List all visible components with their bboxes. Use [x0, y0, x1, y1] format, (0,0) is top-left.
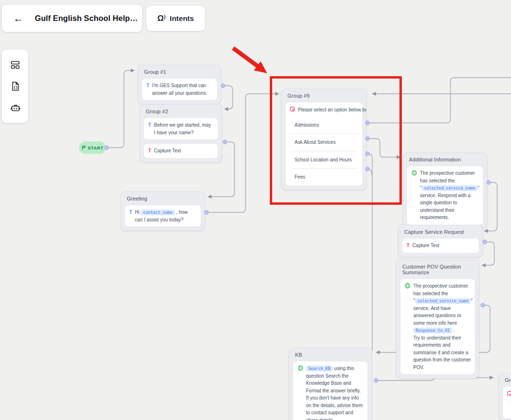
ai-step[interactable]: The prospective customer has selected th…	[400, 279, 475, 375]
step-text: Capture Text	[412, 242, 439, 250]
page-title: Gulf English School Help…	[35, 14, 138, 23]
editor-sidebar: {}	[2, 50, 28, 123]
edge-capture-pov	[482, 242, 494, 265]
choice-icon	[290, 107, 295, 112]
choice-icon	[507, 391, 511, 396]
layout-blocks-icon[interactable]	[9, 59, 21, 71]
svg-text:{}: {}	[13, 85, 18, 89]
flow-title-card[interactable]: ← Gulf English School Help…	[2, 5, 142, 32]
node-title[interactable]: Capture Service Request	[399, 225, 482, 238]
port-group2-out[interactable]	[223, 140, 227, 144]
step-text: Search_KB using this question Search the…	[306, 365, 363, 420]
edge-group1-group2	[223, 86, 233, 109]
choice-option-admissions[interactable]: Admissions	[286, 117, 362, 134]
variable-chip: contact_name	[141, 210, 174, 215]
node-title[interactable]: Customer POV Question Summarize	[397, 260, 479, 278]
node-group1[interactable]: Group #1 T I'm GES Support that can answ…	[138, 65, 221, 104]
port-group1-out[interactable]	[221, 83, 225, 88]
edge-admissions-out	[368, 78, 511, 123]
ai-circle-icon	[297, 365, 303, 371]
step-text: Capture Text	[154, 147, 181, 155]
variable-chip: selected_service_name	[415, 298, 471, 304]
start-label: START	[88, 145, 103, 150]
node-group-partial[interactable]: Group D Y	[499, 373, 511, 420]
flow-canvas[interactable]: ← Gulf English School Help… Ω) Intents {…	[0, 0, 511, 420]
choice-option-location[interactable]: School Location and Hours	[286, 151, 362, 169]
step-text: Hi contact_name , how can I assist you t…	[135, 209, 196, 223]
step-text: I'm GES Support that can answer all your…	[152, 82, 213, 97]
port-pov-out[interactable]	[480, 303, 485, 308]
capture-step[interactable]: T Capture Text	[402, 238, 479, 253]
node-customer-pov-summarize[interactable]: Customer POV Question Summarize The pros…	[396, 260, 479, 379]
port-capture-out[interactable]	[482, 240, 487, 244]
node-capture-service-request[interactable]: Capture Service Request T Capture Text	[398, 225, 483, 257]
divider	[508, 418, 511, 419]
port-location-out[interactable]	[365, 151, 370, 156]
node-title[interactable]: Group #9	[282, 89, 366, 101]
intents-button[interactable]: Ω) Intents	[146, 6, 205, 31]
node-title[interactable]: Group	[499, 373, 511, 386]
node-title[interactable]: Additional Information	[403, 153, 487, 165]
text-step-icon: T	[148, 121, 151, 129]
node-kb[interactable]: KB Search_KB using this question Search …	[289, 348, 372, 420]
node-title[interactable]: Group #2	[140, 105, 222, 117]
capture-step[interactable]: T Capture Text	[143, 143, 218, 159]
variable-chip: Search_KB	[306, 366, 333, 371]
text-step-icon: T	[129, 209, 132, 216]
ai-step[interactable]: The prospective customer has selected th…	[407, 166, 483, 225]
port-admissions-out[interactable]	[365, 120, 370, 125]
choice-option-services[interactable]: Ask About Services	[286, 134, 362, 151]
node-greeting[interactable]: Greeting T Hi contact_name , how can I a…	[121, 191, 205, 231]
port-fees-out[interactable]	[365, 167, 370, 171]
edge-services-additional	[368, 139, 400, 157]
start-node[interactable]: START	[79, 141, 106, 154]
node-title[interactable]: Group #1	[138, 65, 221, 78]
ai-circle-icon	[405, 283, 410, 289]
text-step[interactable]: T I'm GES Support that can answer all yo…	[142, 78, 217, 100]
intents-label: Intents	[170, 14, 194, 23]
choice-option[interactable]: Y	[503, 401, 511, 419]
choice-step[interactable]: D Y	[502, 386, 511, 419]
text-step-icon: T	[146, 82, 149, 89]
port-greeting-out[interactable]	[204, 210, 209, 215]
port-kb-out[interactable]	[374, 378, 378, 383]
node-title[interactable]: Greeting	[121, 192, 204, 204]
capture-step-icon: T	[407, 242, 409, 249]
choice-prompt: Please select an option below to	[298, 106, 366, 114]
variable-chip: selected_service_name	[422, 185, 478, 191]
node-additional-information[interactable]: Additional Information The prospective c…	[403, 152, 487, 229]
port-services-out[interactable]	[365, 136, 370, 141]
port-additional-out[interactable]	[486, 180, 491, 185]
step-text: The prospective customer has selected th…	[420, 170, 480, 221]
variable-chip: Response_to_AI	[413, 328, 452, 333]
flag-icon	[82, 145, 86, 150]
text-step[interactable]: T Hi contact_name , how can I assist you…	[124, 205, 201, 227]
choice-option-fees[interactable]: Fees	[286, 169, 362, 186]
ai-circle-icon	[411, 170, 417, 176]
node-group2[interactable]: Group #2 T Before we get started, may I …	[140, 104, 222, 162]
back-button[interactable]: ←	[13, 13, 23, 23]
text-step[interactable]: T Before we get started, may I have your…	[143, 118, 218, 140]
intents-icon: Ω)	[157, 14, 165, 23]
choice-step[interactable]: Please select an option below to Admissi…	[285, 102, 363, 186]
edge-location-kb	[368, 154, 372, 350]
ai-step[interactable]: Search_KB using this question Search the…	[293, 361, 368, 420]
port-start-out[interactable]	[104, 145, 109, 150]
step-text: The prospective customer has selected th…	[413, 282, 473, 371]
node-title[interactable]: KB	[289, 348, 371, 360]
capture-step-icon: T	[148, 147, 151, 154]
step-text: Before we get started, may I have your n…	[154, 121, 214, 136]
code-file-icon[interactable]: {}	[9, 80, 21, 92]
bot-icon[interactable]	[9, 101, 21, 114]
edge-start-group1	[109, 70, 134, 148]
node-group9[interactable]: Group #9 Please select an option below t…	[281, 89, 367, 190]
